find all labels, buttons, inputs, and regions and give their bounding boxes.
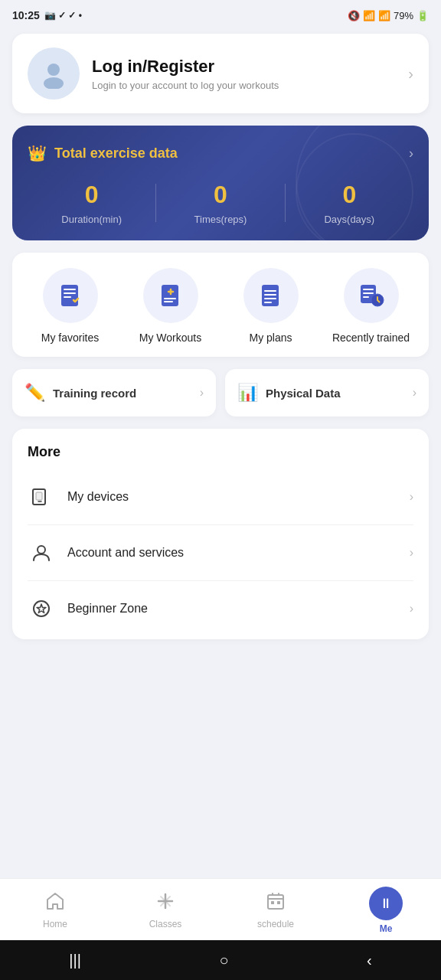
time-display: 10:25	[12, 9, 40, 21]
status-bar: 10:25 📷 ✓ ✓ • 🔇 📶 📶 79% 🔋	[0, 0, 441, 28]
favorites-icon	[57, 282, 84, 309]
plans-icon-wrap	[243, 268, 299, 323]
status-right-icons: 🔇 📶 📶 79% 🔋	[348, 10, 429, 21]
android-nav: ||| ○ ‹	[0, 940, 441, 980]
home-label: Home	[43, 919, 67, 929]
schedule-label: schedule	[257, 919, 294, 929]
devices-icon	[28, 483, 55, 511]
svg-rect-13	[271, 901, 274, 904]
account-chevron-icon: ›	[410, 546, 413, 560]
android-home-icon[interactable]: ○	[219, 952, 228, 969]
login-title: Log in/Register	[92, 57, 396, 77]
crown-icon: 👑	[28, 144, 47, 162]
nav-me[interactable]: ⏸ Me	[359, 887, 413, 934]
stat-duration-label: Duration(min)	[28, 214, 155, 225]
svg-rect-14	[277, 901, 280, 904]
more-section: More My devices › Account and services ›	[12, 429, 429, 639]
plans-icon	[257, 282, 285, 309]
nav-classes[interactable]: Classes	[139, 891, 192, 929]
workouts-label: My Workouts	[139, 331, 201, 345]
stat-times-label: Times(reps)	[156, 214, 284, 225]
account-icon	[28, 539, 55, 567]
physical-data-card[interactable]: 📊 Physical Data ›	[225, 369, 429, 416]
recently-icon	[358, 282, 385, 309]
stat-days-label: Days(days)	[286, 214, 413, 225]
beginner-icon	[28, 595, 55, 622]
nav-schedule[interactable]: schedule	[249, 891, 302, 929]
devices-chevron-icon: ›	[410, 490, 413, 504]
physical-chevron-icon: ›	[413, 386, 416, 400]
signal-icon: 📶	[378, 10, 390, 21]
battery-icon: 🔋	[416, 10, 429, 21]
svg-rect-3	[162, 285, 178, 306]
svg-point-0	[47, 64, 60, 76]
status-time: 10:25 📷 ✓ ✓ •	[12, 9, 82, 21]
svg-rect-8	[36, 492, 42, 500]
svg-point-11	[34, 601, 49, 616]
favorites-label: My favorites	[41, 331, 99, 345]
favorites-icon-wrap	[43, 268, 98, 323]
android-back-icon[interactable]: ‹	[367, 952, 372, 969]
battery-display: 79%	[394, 10, 413, 21]
avatar	[28, 47, 80, 100]
training-icon: ✏️	[24, 383, 45, 403]
quick-actions: My favorites My Workouts My plans	[12, 253, 429, 357]
stat-duration: 0 Duration(min)	[28, 181, 155, 225]
login-card[interactable]: Log in/Register Login to your account to…	[12, 34, 429, 113]
recently-label: Recently trained	[332, 331, 410, 345]
beginner-chevron-icon: ›	[410, 602, 413, 616]
me-label: Me	[380, 923, 393, 934]
action-recently[interactable]: Recently trained	[329, 268, 413, 345]
home-icon	[45, 891, 65, 916]
beginner-label: Beginner Zone	[67, 602, 397, 616]
more-item-beginner[interactable]: Beginner Zone ›	[28, 581, 413, 636]
login-chevron-icon: ›	[408, 65, 413, 83]
training-label: Training record	[53, 387, 192, 400]
android-recent-icon[interactable]: |||	[69, 952, 81, 969]
svg-rect-2	[61, 285, 78, 306]
physical-icon: 📊	[237, 383, 258, 403]
stat-duration-value: 0	[28, 181, 155, 209]
me-icon: ⏸	[369, 887, 403, 920]
more-item-devices[interactable]: My devices ›	[28, 469, 413, 525]
login-text-block: Log in/Register Login to your account to…	[92, 57, 396, 91]
action-workouts[interactable]: My Workouts	[129, 268, 213, 345]
workouts-icon-wrap	[143, 268, 198, 323]
svg-rect-12	[268, 895, 283, 909]
more-title: More	[28, 444, 413, 460]
stats-row: 0 Duration(min) 0 Times(reps) 0 Days(day…	[28, 181, 413, 225]
avatar-icon	[38, 58, 69, 89]
classes-label: Classes	[149, 919, 182, 929]
exercise-card[interactable]: 👑 Total exercise data › 0 Duration(min) …	[12, 126, 429, 240]
physical-label: Physical Data	[266, 387, 405, 400]
stat-days: 0 Days(days)	[286, 181, 413, 225]
wifi-icon: 📶	[363, 10, 375, 21]
action-plans[interactable]: My plans	[229, 268, 313, 345]
mute-icon: 🔇	[348, 10, 360, 21]
account-label: Account and services	[67, 546, 397, 560]
exercise-header: 👑 Total exercise data ›	[28, 144, 413, 162]
schedule-icon	[266, 891, 286, 916]
bottom-nav: Home Classes schedule ⏸ Me	[0, 878, 441, 940]
data-row: ✏️ Training record › 📊 Physical Data ›	[12, 369, 429, 416]
login-subtitle: Login to your account to log your workou…	[92, 80, 396, 91]
action-favorites[interactable]: My favorites	[28, 268, 113, 345]
recently-icon-wrap	[344, 268, 399, 323]
more-item-account[interactable]: Account and services ›	[28, 525, 413, 581]
training-chevron-icon: ›	[200, 386, 204, 400]
svg-point-1	[44, 77, 64, 89]
exercise-title-row: 👑 Total exercise data	[28, 144, 178, 162]
exercise-chevron-icon: ›	[409, 145, 413, 162]
status-icons: 📷 ✓ ✓ •	[44, 10, 82, 21]
training-record-card[interactable]: ✏️ Training record ›	[12, 369, 216, 416]
nav-home[interactable]: Home	[28, 891, 82, 929]
plans-label: My plans	[249, 331, 292, 345]
classes-icon	[155, 891, 175, 916]
stat-times-value: 0	[156, 181, 284, 209]
workouts-icon	[157, 282, 185, 309]
stat-days-value: 0	[286, 181, 413, 209]
main-content: Log in/Register Login to your account to…	[0, 28, 441, 743]
stat-times: 0 Times(reps)	[156, 181, 284, 225]
devices-label: My devices	[67, 490, 397, 504]
exercise-title: Total exercise data	[54, 145, 178, 162]
